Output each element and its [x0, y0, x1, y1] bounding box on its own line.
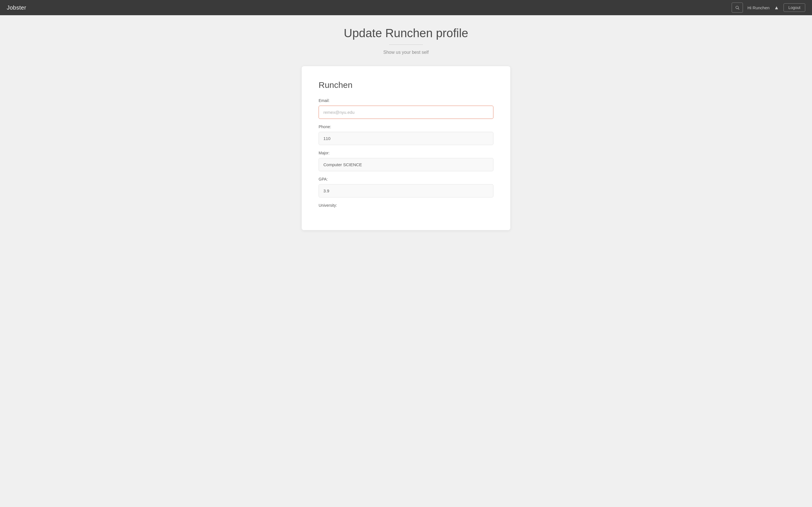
- notification-bell-icon[interactable]: ▲: [774, 5, 779, 11]
- university-form-group: University:: [319, 203, 493, 208]
- page-title: Update Runchen profile: [344, 26, 468, 40]
- logout-button[interactable]: Logout: [783, 3, 805, 12]
- phone-form-group: Phone:: [319, 124, 493, 145]
- title-divider: [389, 45, 423, 45]
- search-icon: [735, 5, 740, 10]
- navbar-right: Hi Runchen ▲ Logout: [732, 3, 805, 13]
- navbar: Jobster Hi Runchen ▲ Logout: [0, 0, 812, 15]
- gpa-label: GPA:: [319, 177, 493, 181]
- university-label: University:: [319, 203, 493, 208]
- user-name-heading: Runchen: [319, 80, 493, 90]
- app-brand: Jobster: [7, 4, 26, 11]
- gpa-form-group: GPA:: [319, 177, 493, 198]
- svg-point-0: [736, 6, 739, 9]
- search-button[interactable]: [732, 3, 743, 13]
- major-input[interactable]: [319, 158, 493, 171]
- page-content: Update Runchen profile Show us your best…: [0, 15, 812, 247]
- greeting-text: Hi Runchen: [748, 5, 769, 10]
- email-input[interactable]: [319, 106, 493, 119]
- phone-input[interactable]: [319, 132, 493, 145]
- major-label: Major:: [319, 151, 493, 155]
- email-form-group: Email:: [319, 98, 493, 119]
- major-form-group: Major:: [319, 151, 493, 171]
- page-subtitle: Show us your best self: [384, 50, 429, 55]
- phone-label: Phone:: [319, 124, 493, 129]
- gpa-input[interactable]: [319, 184, 493, 198]
- svg-line-1: [738, 8, 739, 10]
- profile-form-card: Runchen Email: Phone: Major: GPA: Univer…: [302, 66, 510, 230]
- email-label: Email:: [319, 98, 493, 103]
